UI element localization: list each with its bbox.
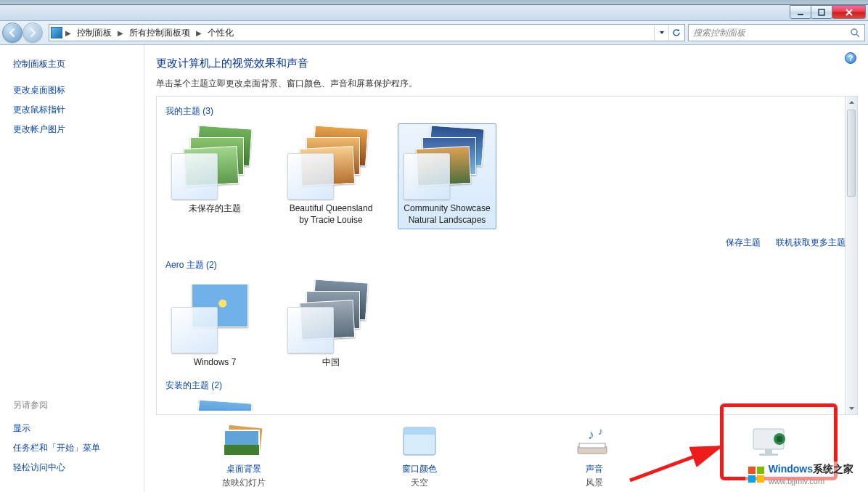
search-icon[interactable] — [850, 28, 860, 40]
vertical-scrollbar[interactable] — [845, 97, 857, 414]
svg-rect-9 — [579, 443, 605, 448]
sidebar-link-display[interactable]: 显示 — [13, 422, 139, 435]
theme-item-china[interactable]: 中国 — [282, 277, 380, 372]
window-minimize-button[interactable] — [790, 5, 811, 19]
theme-item-installed-partial[interactable] — [165, 398, 264, 411]
theme-name-label: Windows 7 — [194, 356, 237, 368]
search-input[interactable]: 搜索控制面板 — [688, 24, 865, 41]
shortcut-title: 声音 — [529, 463, 660, 475]
theme-thumbnail — [176, 281, 254, 349]
control-panel-icon — [51, 27, 62, 38]
window-chrome-top — [0, 0, 868, 5]
svg-rect-16 — [777, 436, 782, 442]
navigation-toolbar: ▶ 控制面板 ▶ 所有控制面板项 ▶ 个性化 搜索控制面板 — [0, 21, 868, 45]
shortcut-subtitle: 风景 — [529, 477, 660, 489]
chevron-right-icon[interactable]: ▶ — [118, 29, 123, 37]
sidebar-link-ease-of-access[interactable]: 轻松访问中心 — [13, 462, 139, 474]
shortcut-subtitle: 放映幻灯片 — [179, 477, 309, 489]
theme-name-label: Beautiful Queensland by Tracie Louise — [285, 202, 377, 226]
svg-rect-13 — [765, 449, 772, 454]
theme-thumbnail — [292, 281, 370, 349]
sidebar-see-also-heading: 另请参阅 — [13, 399, 139, 411]
address-dropdown-button[interactable] — [654, 25, 668, 40]
sidebar-link-mouse-pointers[interactable]: 更改鼠标指针 — [13, 104, 139, 116]
svg-rect-14 — [759, 454, 778, 456]
desktop-background-icon — [179, 424, 309, 459]
watermark-brand-a: Windows — [769, 463, 813, 475]
sounds-button[interactable]: ♪ ♪ 声音 风景 — [529, 424, 660, 489]
theme-name-label: 未保存的主题 — [189, 202, 241, 214]
forward-button[interactable] — [22, 22, 43, 43]
theme-thumbnail — [176, 127, 254, 195]
theme-name-label: Community Showcase Natural Landscapes — [401, 202, 493, 226]
watermark: Windows系统之家 www.bjjmlv.com — [745, 462, 856, 488]
refresh-button[interactable] — [668, 25, 683, 40]
shortcut-title: 桌面背景 — [179, 463, 309, 475]
scroll-thumb[interactable] — [847, 110, 856, 197]
screensaver-icon — [705, 424, 835, 459]
page-title: 更改计算机上的视觉效果和声音 — [156, 57, 858, 70]
theme-thumbnail — [292, 127, 370, 195]
sidebar-link-taskbar[interactable]: 任务栏和「开始」菜单 — [13, 442, 139, 454]
get-more-themes-link[interactable]: 联机获取更多主题 — [776, 237, 846, 247]
theme-thumbnail — [176, 401, 254, 407]
breadcrumb-item[interactable]: 个性化 — [205, 27, 237, 39]
svg-rect-7 — [404, 427, 435, 435]
sounds-icon: ♪ ♪ — [529, 424, 660, 459]
section-my-themes-label[interactable]: 我的主题 (3) — [165, 105, 213, 118]
theme-item-queensland[interactable]: Beautiful Queensland by Tracie Louise — [282, 123, 380, 229]
section-aero-label[interactable]: Aero 主题 (2) — [165, 259, 217, 271]
window-titlebar — [0, 5, 868, 21]
sidebar-heading: 控制面板主页 — [13, 58, 139, 70]
page-subtitle: 单击某个主题立即更改桌面背景、窗口颜色、声音和屏幕保护程序。 — [156, 78, 858, 90]
sidebar-link-account-picture[interactable]: 更改帐户图片 — [13, 123, 139, 136]
theme-name-label: 中国 — [322, 356, 340, 368]
theme-thumbnail — [408, 127, 486, 195]
sidebar-link-desktop-icons[interactable]: 更改桌面图标 — [13, 84, 139, 97]
main-content: ? 更改计算机上的视觉效果和声音 单击某个主题立即更改桌面背景、窗口颜色、声音和… — [144, 45, 868, 492]
window-close-button[interactable] — [832, 5, 866, 19]
theme-item-community-showcase[interactable]: Community Showcase Natural Landscapes — [398, 123, 496, 229]
svg-rect-5 — [224, 445, 259, 455]
themes-list-pane: 我的主题 (3) 未保存的主题 — [156, 96, 858, 415]
scroll-up-arrow-icon[interactable] — [846, 97, 857, 109]
svg-rect-1 — [819, 9, 824, 15]
theme-item-unsaved[interactable]: 未保存的主题 — [165, 123, 264, 229]
window-color-button[interactable]: 窗口颜色 天空 — [354, 424, 485, 489]
theme-item-windows7[interactable]: Windows 7 — [165, 277, 264, 372]
shortcut-title: 窗口颜色 — [354, 463, 485, 475]
chevron-right-icon[interactable]: ▶ — [65, 29, 71, 37]
save-theme-link[interactable]: 保存主题 — [726, 237, 761, 247]
section-installed-label[interactable]: 安装的主题 (2) — [165, 380, 222, 392]
chevron-right-icon[interactable]: ▶ — [196, 29, 202, 37]
watermark-url: www.bjjmlv.com — [769, 477, 824, 485]
window-maximize-button[interactable] — [811, 5, 832, 19]
help-icon[interactable]: ? — [845, 52, 856, 64]
window-color-icon — [354, 424, 485, 459]
desktop-background-button[interactable]: 桌面背景 放映幻灯片 — [179, 424, 309, 489]
search-placeholder: 搜索控制面板 — [693, 27, 745, 39]
windows-logo-icon — [748, 467, 764, 483]
breadcrumb-item[interactable]: 控制面板 — [74, 27, 115, 39]
shortcut-subtitle: 天空 — [354, 477, 485, 489]
breadcrumb-item[interactable]: 所有控制面板项 — [126, 27, 193, 39]
svg-text:♪: ♪ — [598, 425, 603, 437]
svg-point-2 — [851, 29, 857, 35]
svg-text:♪: ♪ — [588, 427, 594, 442]
address-bar[interactable]: ▶ 控制面板 ▶ 所有控制面板项 ▶ 个性化 — [49, 24, 685, 41]
back-button[interactable] — [2, 22, 22, 43]
scroll-down-arrow-icon[interactable] — [846, 402, 857, 414]
svg-rect-0 — [798, 14, 803, 15]
watermark-brand-b: 系统之家 — [813, 463, 853, 475]
sidebar: 控制面板主页 更改桌面图标 更改鼠标指针 更改帐户图片 另请参阅 显示 任务栏和… — [0, 45, 144, 492]
